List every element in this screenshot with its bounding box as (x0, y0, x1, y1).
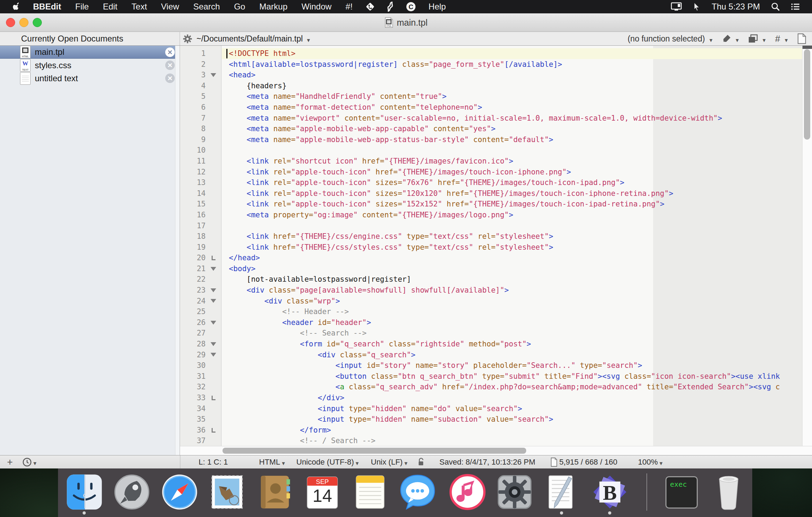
finder-dock-icon[interactable] (66, 473, 103, 511)
sidebar-scrollbar[interactable] (175, 46, 180, 455)
apple-menu[interactable] (8, 2, 26, 12)
code-line-13[interactable]: <link rel="apple-touch-icon" sizes="76x7… (222, 177, 802, 188)
fold-triangle-icon[interactable] (211, 288, 216, 292)
fold-triangle-icon[interactable] (211, 73, 216, 77)
sidebar-item-main-tpl[interactable]: HTMLmain.tpl✕ (0, 46, 180, 59)
code-lines[interactable]: <!DOCTYPE html><html[available=lostpassw… (222, 48, 802, 446)
menu-search[interactable]: Search (186, 0, 227, 13)
code-line-17[interactable] (222, 221, 802, 231)
menu-file[interactable]: File (68, 0, 96, 13)
line-endings-menu[interactable]: Unix (LF)▾ (371, 455, 407, 468)
close-document-icon[interactable]: ✕ (165, 74, 175, 83)
code-line-28[interactable]: <form id="q_search" class="rightside" me… (222, 339, 802, 350)
textedit-dock-icon[interactable] (543, 473, 580, 511)
code-line-22[interactable]: [not-available=lostpassword|register] (222, 274, 802, 285)
lock-status[interactable] (418, 455, 425, 468)
marker-pen-icon[interactable] (722, 34, 731, 43)
menu-c-circle[interactable]: C (400, 0, 421, 13)
function-selector[interactable]: (no function selected) (627, 34, 705, 44)
title-bar[interactable]: HTML main.tpl (0, 13, 812, 32)
menu-markup[interactable]: Markup (252, 0, 295, 13)
code-area[interactable]: <!DOCTYPE html><html[available=lostpassw… (222, 46, 802, 459)
code-line-12[interactable]: <link rel="apple-touch-icon" href="{THEM… (222, 167, 802, 178)
new-document-icon[interactable] (797, 33, 806, 44)
fold-triangle-icon[interactable] (211, 342, 216, 346)
code-line-23[interactable]: <div class="page[available=showfull] sho… (222, 285, 802, 296)
code-line-7[interactable]: <meta name="viewport" content="user-scal… (222, 113, 802, 124)
safari-dock-icon[interactable] (161, 473, 198, 511)
recent-documents-menu[interactable]: ▾ (22, 455, 37, 468)
code-line-19[interactable]: <link href="{THEME}/css/styles.css" type… (222, 242, 802, 253)
menu-view[interactable]: View (154, 0, 186, 13)
code-line-26[interactable]: <header id="header"> (222, 317, 802, 328)
fold-triangle-icon[interactable] (211, 299, 216, 303)
fold-triangle-icon[interactable] (211, 353, 216, 357)
code-line-33[interactable]: </div> (222, 392, 802, 403)
display-menu-extra[interactable] (665, 0, 687, 13)
bbedit-dock-icon[interactable]: B (591, 473, 629, 511)
menu-go[interactable]: Go (227, 0, 252, 13)
gear-icon[interactable] (183, 34, 192, 44)
code-line-31[interactable]: <button class="btn q_search_btn" type="s… (222, 371, 802, 382)
vertical-scrollbar-thumb[interactable] (804, 49, 810, 140)
code-line-15[interactable]: <link rel="apple-touch-icon" sizes="152x… (222, 199, 802, 210)
code-line-6[interactable]: <meta name="format-detection" content="t… (222, 102, 802, 113)
code-line-36[interactable]: </form> (222, 425, 802, 436)
system-preferences-dock-icon[interactable] (496, 473, 533, 511)
code-line-14[interactable]: <link rel="apple-touch-icon" sizes="120x… (222, 188, 802, 199)
code-line-34[interactable]: <input type="hidden" name="do" value="se… (222, 403, 802, 414)
menu-bbedit[interactable]: BBEdit (26, 0, 68, 13)
clock-menu[interactable]: Thu 5:23 PM (706, 0, 766, 13)
code-line-1[interactable]: <!DOCTYPE html> (222, 48, 802, 59)
code-line-18[interactable]: <link href="{THEME}/css/engine.css" type… (222, 231, 802, 242)
launchpad-dock-icon[interactable] (113, 473, 150, 511)
menu-text[interactable]: Text (124, 0, 154, 13)
horizontal-scrollbar-thumb[interactable] (223, 448, 526, 454)
cursor-menu-extra[interactable] (687, 0, 706, 13)
code-line-11[interactable]: <link rel="shortcut icon" href="{THEME}/… (222, 156, 802, 167)
code-line-20[interactable]: </head> (222, 253, 802, 263)
menu-window[interactable]: Window (295, 0, 339, 13)
fold-triangle-icon[interactable] (211, 267, 216, 271)
code-line-24[interactable]: <div class="wrp"> (222, 296, 802, 307)
hash-menu[interactable]: # (775, 33, 780, 44)
code-line-25[interactable]: <!-- Header --> (222, 306, 802, 317)
path-dropdown[interactable]: ~/Documents/Default/main.tpl ▾ (183, 32, 310, 45)
menu-help[interactable]: Help (421, 0, 453, 13)
itunes-dock-icon[interactable] (449, 473, 486, 511)
sidebar-item-untitled-text[interactable]: untitled text✕ (0, 72, 180, 85)
close-document-icon[interactable]: ✕ (165, 60, 175, 70)
fold-triangle-icon[interactable] (211, 321, 216, 325)
code-line-29[interactable]: <div class="q_search"> (222, 350, 802, 360)
add-button[interactable]: + (7, 455, 13, 468)
zoom-menu[interactable]: 100%▾ (638, 455, 663, 468)
document-proxy-icon[interactable]: HTML (385, 17, 393, 28)
scrollbar-split-handle[interactable] (803, 46, 812, 49)
code-line-32[interactable]: <a class="q_search_adv" href="/index.php… (222, 382, 802, 392)
trash-dock-icon[interactable] (710, 473, 747, 511)
notes-dock-icon[interactable] (352, 473, 389, 511)
close-document-icon[interactable]: ✕ (165, 47, 175, 57)
code-line-27[interactable]: <!-- Search --> (222, 328, 802, 339)
messages-dock-icon[interactable] (399, 473, 436, 511)
encoding-menu[interactable]: Unicode (UTF-8)▾ (296, 455, 359, 468)
menu-edit[interactable]: Edit (96, 0, 124, 13)
menu-hashbang[interactable]: #! (339, 0, 360, 13)
documents-stack-icon[interactable] (748, 34, 758, 43)
code-line-10[interactable] (222, 145, 802, 156)
menu-scripts[interactable] (381, 0, 400, 13)
contacts-dock-icon[interactable] (256, 473, 294, 511)
code-line-9[interactable]: <meta name="apple-mobile-web-app-status-… (222, 134, 802, 145)
mail-dock-icon[interactable] (208, 473, 246, 511)
code-line-16[interactable]: <meta property="og:image" content="{THEM… (222, 210, 802, 221)
calendar-dock-icon[interactable]: SEP 14 (304, 473, 341, 511)
notification-center-menu[interactable] (785, 0, 806, 13)
spotlight-menu[interactable] (766, 0, 785, 13)
code-line-4[interactable]: {headers} (222, 81, 802, 91)
horizontal-scrollbar[interactable] (180, 446, 812, 455)
exec-dock-icon[interactable]: exec (665, 476, 698, 509)
code-line-37[interactable]: <!-- / Search --> (222, 435, 802, 446)
code-line-8[interactable]: <meta name="apple-mobile-web-app-capable… (222, 123, 802, 134)
sidebar-item-styles-css[interactable]: WTEXTstyles.css✕ (0, 59, 180, 72)
menu-git[interactable] (360, 0, 381, 13)
